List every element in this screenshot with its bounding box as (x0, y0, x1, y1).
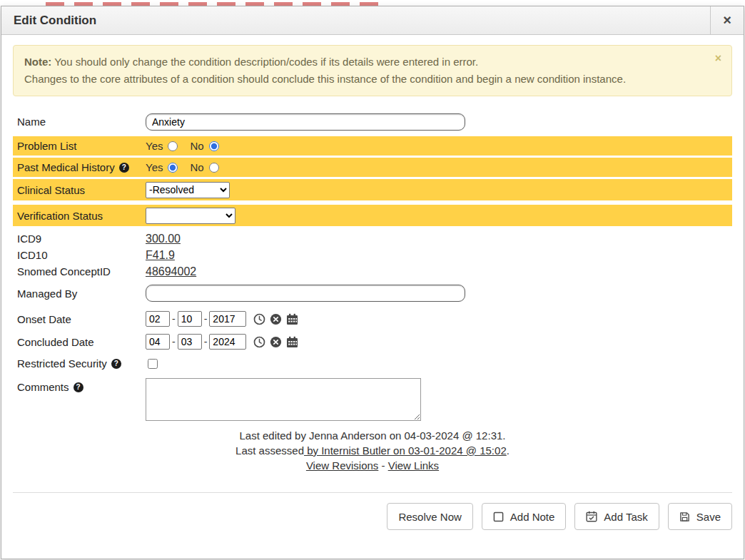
onset-year-input[interactable] (209, 311, 246, 327)
revision-links-line: View Revisions - View Links (13, 458, 732, 473)
last-assessed-period: . (507, 444, 510, 457)
verification-status-label: Verification Status (13, 210, 146, 222)
icd9-label: ICD9 (13, 233, 146, 245)
warning-note-text1: You should only change the condition des… (51, 56, 478, 68)
field-row-restricted-security: Restricted Security ? (13, 354, 732, 373)
modal-body: Note: You should only change the conditi… (1, 35, 744, 530)
onset-month-input[interactable] (146, 311, 170, 327)
date-separator: - (204, 313, 208, 325)
field-row-icd9: ICD9 300.00 (13, 230, 732, 247)
resolve-now-button[interactable]: Resolve Now (387, 503, 472, 530)
icd10-label: ICD10 (13, 249, 146, 261)
field-row-managed-by: Managed By (13, 282, 732, 304)
modal-header: Edit Condition × (1, 6, 744, 35)
verification-status-select[interactable] (146, 208, 235, 224)
background-page-strip (0, 0, 745, 6)
save-icon (679, 511, 690, 522)
icd9-link[interactable]: 300.00 (146, 233, 181, 245)
restricted-security-label-text: Restricted Security (17, 357, 107, 370)
note-icon (493, 511, 504, 522)
last-assessed-link[interactable]: by Internist Butler on 03-01-2024 @ 15:0… (304, 444, 507, 457)
problem-list-label: Problem List (13, 140, 146, 152)
last-edited-text: Last edited by Jenna Anderson on 04-03-2… (13, 428, 732, 443)
field-row-comments: Comments ? (13, 378, 732, 421)
help-icon[interactable]: ? (111, 359, 121, 369)
pmh-yes-radio[interactable] (168, 163, 178, 173)
view-links-link[interactable]: View Links (388, 459, 439, 472)
note-dismiss-icon[interactable]: × (715, 53, 721, 64)
concluded-date-label: Concluded Date (13, 336, 146, 348)
concluded-day-input[interactable] (178, 334, 202, 350)
managed-by-input[interactable] (146, 285, 465, 302)
comments-label: Comments ? (13, 378, 146, 393)
add-task-button[interactable]: Add Task (574, 503, 659, 530)
field-row-onset-date: Onset Date - - (13, 308, 732, 330)
field-row-verification-status: Verification Status (13, 205, 732, 226)
date-separator: - (204, 336, 208, 347)
restricted-security-checkbox[interactable] (148, 359, 158, 369)
add-note-label: Add Note (510, 511, 555, 523)
edit-condition-modal: Edit Condition × Note: You should only c… (1, 6, 744, 559)
managed-by-label: Managed By (13, 287, 146, 300)
icd10-link[interactable]: F41.9 (146, 249, 175, 262)
date-separator: - (172, 336, 176, 347)
field-row-icd10: ICD10 F41.9 (13, 247, 732, 263)
save-label: Save (696, 511, 721, 523)
page: Edit Condition × Note: You should only c… (0, 0, 745, 560)
clear-date-icon[interactable] (270, 313, 282, 325)
clinical-status-label: Clinical Status (13, 184, 146, 196)
footer-divider (13, 492, 732, 493)
warning-note-prefix: Note: (24, 56, 51, 68)
problem-list-yes-label: Yes (146, 140, 163, 152)
close-icon: × (723, 12, 731, 29)
help-icon[interactable]: ? (119, 163, 129, 173)
calendar-icon[interactable] (286, 336, 298, 348)
field-row-past-medical-history: Past Medical History ? Yes No (13, 158, 732, 177)
last-assessed-line: Last assessed by Internist Butler on 03-… (13, 443, 732, 458)
pmh-no-radio[interactable] (209, 163, 219, 173)
snomed-link[interactable]: 48694002 (146, 265, 196, 278)
concluded-year-input[interactable] (209, 334, 246, 350)
field-row-name: Name (13, 111, 732, 132)
add-task-label: Add Task (604, 511, 647, 523)
problem-list-yes-radio[interactable] (168, 141, 178, 151)
snomed-label: Snomed ConceptID (13, 265, 146, 278)
clear-date-icon[interactable] (270, 336, 282, 348)
footer-actions: Resolve Now Add Note Add Task (13, 503, 732, 530)
calendar-icon[interactable] (286, 313, 298, 325)
warning-note-line1: Note: You should only change the conditi… (24, 54, 703, 71)
last-assessed-text: Last assessed (235, 444, 304, 457)
modal-title: Edit Condition (1, 6, 710, 34)
field-row-concluded-date: Concluded Date - - (13, 331, 732, 352)
problem-list-no-radio[interactable] (209, 141, 219, 151)
field-row-problem-list: Problem List Yes No (13, 136, 732, 156)
pmh-no-label: No (190, 161, 203, 173)
date-separator: - (172, 313, 176, 325)
past-medical-history-label-text: Past Medical History (17, 161, 115, 173)
link-separator: - (382, 459, 385, 472)
onset-date-label: Onset Date (13, 313, 146, 325)
concluded-month-input[interactable] (146, 334, 170, 350)
warning-note: Note: You should only change the conditi… (13, 45, 732, 96)
clinical-status-select[interactable]: -Resolved (146, 182, 230, 198)
view-revisions-link[interactable]: View Revisions (306, 459, 378, 472)
save-button[interactable]: Save (668, 503, 732, 530)
resolve-now-label: Resolve Now (398, 511, 461, 523)
warning-note-line2: Changes to the core attributes of a cond… (24, 71, 703, 88)
audit-info: Last edited by Jenna Anderson on 04-03-2… (13, 428, 732, 473)
clock-icon[interactable] (253, 313, 265, 325)
field-row-snomed: Snomed ConceptID 48694002 (13, 263, 732, 280)
problem-list-no-label: No (190, 140, 203, 152)
help-icon[interactable]: ? (74, 382, 83, 392)
restricted-security-label: Restricted Security ? (13, 357, 146, 370)
comments-textarea[interactable] (146, 378, 421, 421)
clock-icon[interactable] (253, 336, 265, 348)
comments-label-text: Comments (17, 381, 69, 393)
close-button[interactable]: × (710, 6, 744, 34)
onset-day-input[interactable] (178, 311, 202, 327)
add-note-button[interactable]: Add Note (482, 503, 567, 530)
name-label: Name (13, 116, 146, 128)
name-input[interactable] (146, 113, 465, 131)
field-row-clinical-status: Clinical Status -Resolved (13, 179, 732, 200)
pmh-yes-label: Yes (146, 161, 163, 173)
